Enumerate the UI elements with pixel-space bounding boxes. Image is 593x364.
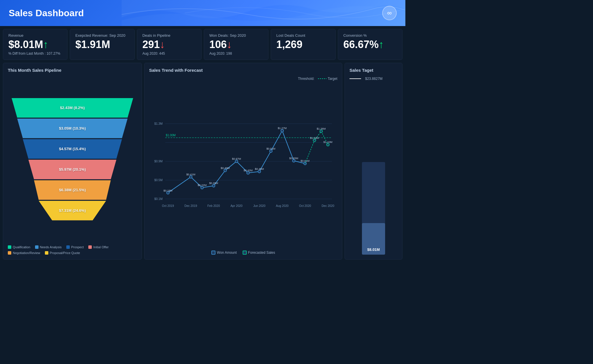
funnel-row-3: $5.97M (20.1%)	[28, 160, 116, 179]
svg-point-46	[320, 130, 323, 133]
main-grid: This Month Sales Pipeline $2.43M (8.2%)$…	[0, 63, 405, 262]
funnel-row-5: $7.31M (24.6%)	[39, 201, 106, 220]
svg-point-22	[189, 175, 192, 178]
svg-point-24	[201, 186, 203, 189]
threshold-label: Threshold:	[298, 77, 314, 81]
kpi-conversion-label: Conversion %	[343, 33, 397, 38]
funnel-legend-item-2: Prospect	[66, 245, 84, 249]
kpi-revenue: Revenue $8.01M↑ % Diff from Last Month :…	[3, 29, 67, 60]
svg-text:$1.26M: $1.26M	[317, 127, 326, 130]
svg-text:Feb 2020: Feb 2020	[207, 204, 220, 207]
kpi-pipeline: Deals in Pipeline 291↓ Aug 2020: 445	[137, 29, 202, 60]
svg-text:$0.1M: $0.1M	[154, 197, 162, 201]
funnel-row-4: $6.38M (21.5%)	[34, 180, 111, 200]
svg-text:Oct 2019: Oct 2019	[162, 204, 174, 207]
svg-point-44	[313, 139, 316, 141]
funnel-legend-item-5: Proposal/Price Quote	[45, 251, 80, 255]
legend-color-dot-2	[66, 245, 70, 249]
target-title: Sales Taget	[349, 68, 398, 73]
svg-text:Oct 2020: Oct 2020	[299, 204, 311, 207]
chart-panel: Sales Trend with Forecast Threshold: Tar…	[144, 63, 342, 260]
kpi-conversion-value: 66.67%↑	[343, 39, 397, 50]
kpi-pipeline-label: Deals in Pipeline	[142, 33, 196, 38]
svg-text:$0.22M: $0.22M	[197, 184, 206, 187]
kpi-pipeline-sub: Aug 2020: 445	[142, 52, 196, 56]
svg-text:$0.42M: $0.42M	[244, 169, 252, 172]
svg-text:Apr 2020: Apr 2020	[230, 204, 243, 207]
svg-text:Jun 2020: Jun 2020	[253, 204, 266, 207]
won-amount-legend: Won Amount	[211, 251, 237, 255]
kpi-won-label: Won Deals: Sep 2020	[209, 33, 263, 38]
funnel-row-label-5: $7.31M (24.6%)	[59, 208, 86, 213]
funnel-row-0: $2.43M (8.2%)	[12, 98, 133, 118]
svg-text:$0.9M: $0.9M	[154, 160, 162, 163]
chart-legend: Threshold: Target	[149, 77, 337, 81]
legend-label-2: Prospect	[71, 245, 84, 249]
chart-area: $1.3M $0.9M $0.5M $0.1M $1.00M Oct 2019 …	[149, 82, 337, 249]
kpi-revenue-label: Revenue	[8, 33, 62, 38]
svg-text:$1.00M: $1.00M	[166, 134, 176, 137]
funnel-row-label-2: $4.57M (15.4%)	[59, 147, 86, 151]
target-line-icon	[349, 78, 361, 79]
svg-text:Dec 2019: Dec 2019	[184, 204, 197, 207]
funnel-row-2: $4.57M (15.4%)	[23, 139, 122, 159]
svg-text:$0.49M: $0.49M	[221, 166, 230, 169]
kpi-won-value: 106↓	[209, 39, 263, 50]
legend-color-dot-3	[88, 245, 92, 249]
chart-bottom-legend: Won Amount Forecasted Sales	[149, 251, 337, 255]
svg-text:$0.41M: $0.41M	[186, 173, 195, 176]
header-logo-icon: ∞	[382, 6, 397, 20]
kpi-lost-value: 1,269	[276, 39, 330, 50]
svg-text:$1.27M: $1.27M	[278, 127, 287, 130]
svg-text:$0.26M: $0.26M	[209, 182, 218, 185]
kpi-pipeline-value: 291↓	[142, 39, 196, 50]
funnel-row-label-1: $3.05M (10.3%)	[59, 126, 86, 130]
svg-point-48	[327, 143, 329, 146]
kpi-conversion: Conversion % 66.67%↑	[338, 29, 402, 60]
legend-color-dot-0	[8, 245, 11, 249]
svg-text:Aug 2020: Aug 2020	[276, 204, 289, 207]
legend-color-dot-1	[35, 245, 39, 249]
kpi-expected-revenue: Exepcted Revenue: Sep 2020 $1.91M	[70, 29, 134, 60]
funnel-panel: This Month Sales Pipeline $2.43M (8.2%)$…	[3, 63, 142, 260]
svg-text:$1.3M: $1.3M	[154, 122, 162, 125]
target-bar-value: $8.01M	[362, 247, 385, 252]
chart-svg: $1.3M $0.9M $0.5M $0.1M $1.00M Oct 2019 …	[149, 82, 337, 249]
funnel-legend-item-3: Initial Offer	[88, 245, 109, 249]
target-legend: Target	[318, 77, 337, 81]
svg-text:$0.67M: $0.67M	[232, 157, 241, 160]
funnel-legend-item-4: Negotiation/Review	[8, 251, 40, 255]
kpi-revenue-value: $8.01M↑	[8, 39, 62, 50]
svg-text:$0.65M: $0.65M	[289, 157, 298, 160]
legend-color-dot-5	[45, 251, 48, 255]
kpi-won-deals: Won Deals: Sep 2020 106↓ Aug 2020: 198	[204, 29, 268, 60]
target-bar-container: $8.01M	[349, 84, 398, 255]
header-wave	[122, 0, 405, 26]
header: Sales Dashboard ∞	[0, 0, 405, 26]
svg-point-28	[224, 169, 226, 172]
svg-point-34	[258, 170, 261, 173]
svg-point-30	[235, 160, 238, 163]
target-amount: $23.8827M	[365, 77, 382, 81]
legend-label-5: Proposal/Price Quote	[50, 251, 80, 255]
funnel-legend-item-0: Qualification	[8, 245, 30, 249]
kpi-lost-label: Lost Deals Count	[276, 33, 330, 38]
target-bar-fill: $8.01M	[362, 223, 385, 255]
funnel-container: $2.43M (8.2%)$3.05M (10.3%)$4.57M (15.4%…	[8, 77, 137, 242]
header-title: Sales Dashboard	[9, 8, 84, 19]
kpi-won-sub: Aug 2020: 198	[209, 52, 263, 56]
svg-text:$0.45M: $0.45M	[255, 168, 264, 170]
forecasted-legend: Forecasted Sales	[243, 251, 275, 255]
funnel-row-label-3: $5.97M (20.1%)	[59, 167, 86, 172]
svg-point-32	[247, 171, 249, 174]
kpi-expected-value: $1.91M	[75, 39, 129, 50]
funnel-row-1: $3.05M (10.3%)	[17, 119, 127, 138]
svg-point-38	[281, 129, 283, 132]
svg-point-36	[270, 150, 272, 152]
svg-text:$1.10M: $1.10M	[323, 141, 332, 144]
legend-label-4: Negotiation/Review	[13, 251, 40, 255]
svg-text:$1.02M: $1.02M	[310, 136, 319, 139]
svg-text:Dec 2020: Dec 2020	[322, 204, 334, 207]
svg-point-26	[212, 184, 215, 187]
target-legend: $23.8827M	[349, 77, 398, 81]
